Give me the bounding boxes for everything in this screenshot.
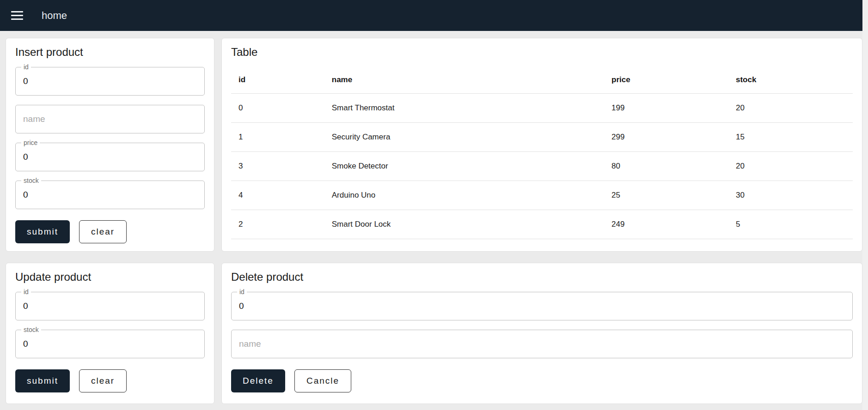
- table-header-row: id name price stock: [231, 67, 853, 94]
- insert-id-label: id: [21, 64, 31, 70]
- hamburger-menu-icon[interactable]: [11, 8, 25, 23]
- insert-stock-input[interactable]: [16, 181, 204, 209]
- table-cell-stock: 20: [728, 94, 853, 123]
- insert-stock-field[interactable]: stock: [15, 181, 205, 209]
- table-cell-name: Smart Door Lock: [324, 210, 604, 239]
- table-row: 3Smoke Detector8020: [231, 152, 853, 181]
- table-header-id: id: [231, 67, 324, 94]
- table-row: 0Smart Thermostat19920: [231, 94, 853, 123]
- table-title: Table: [231, 46, 853, 59]
- update-stock-field[interactable]: stock: [15, 330, 205, 358]
- update-product-panel: Update product id stock submit clear: [6, 263, 214, 404]
- hamburger-bar: [11, 11, 23, 12]
- table-cell-price: 80: [604, 152, 728, 181]
- insert-price-input[interactable]: [16, 143, 204, 171]
- table-row: 4Arduino Uno2530: [231, 181, 853, 210]
- main-content: Insert product id price stock submit cle…: [0, 31, 868, 410]
- hamburger-bar: [11, 18, 23, 20]
- table-cell-stock: 5: [728, 210, 853, 239]
- insert-price-field[interactable]: price: [15, 143, 205, 171]
- insert-button-row: submit clear: [15, 220, 205, 243]
- table-cell-name: Security Camera: [324, 123, 604, 152]
- table-row: 2Smart Door Lock2495: [231, 210, 853, 239]
- update-id-input[interactable]: [16, 292, 204, 320]
- update-id-field[interactable]: id: [15, 292, 205, 320]
- page-title: home: [42, 10, 67, 22]
- insert-name-field[interactable]: [15, 105, 205, 133]
- table-cell-stock: 15: [728, 123, 853, 152]
- update-stock-input[interactable]: [16, 330, 204, 358]
- table-cell-stock: 20: [728, 152, 853, 181]
- table-cell-price: 299: [604, 123, 728, 152]
- table-cell-id: 2: [231, 210, 324, 239]
- delete-button-row: Delete Cancle: [231, 369, 853, 392]
- cancel-button[interactable]: Cancle: [294, 369, 351, 392]
- table-panel: Table id name price stock 0Smart Thermos…: [221, 38, 862, 252]
- insert-submit-button[interactable]: submit: [15, 220, 70, 243]
- products-table: id name price stock 0Smart Thermostat199…: [231, 67, 853, 239]
- update-submit-button[interactable]: submit: [15, 369, 70, 392]
- app-bar: home: [0, 0, 868, 31]
- insert-product-panel: Insert product id price stock submit cle…: [6, 38, 214, 252]
- table-cell-name: Arduino Uno: [324, 181, 604, 210]
- table-cell-name: Smart Thermostat: [324, 94, 604, 123]
- delete-product-title: Delete product: [231, 271, 853, 283]
- delete-name-field[interactable]: [231, 330, 853, 358]
- delete-product-panel: Delete product id Delete Cancle: [221, 263, 862, 404]
- delete-id-label: id: [237, 289, 247, 295]
- scrollbar-track[interactable]: [862, 0, 868, 410]
- hamburger-bar: [11, 15, 23, 16]
- delete-button[interactable]: Delete: [231, 369, 285, 392]
- delete-id-input[interactable]: [232, 292, 852, 320]
- table-cell-price: 199: [604, 94, 728, 123]
- delete-name-input[interactable]: [232, 330, 852, 358]
- table-cell-stock: 30: [728, 181, 853, 210]
- update-product-title: Update product: [15, 271, 205, 283]
- table-cell-id: 4: [231, 181, 324, 210]
- insert-product-title: Insert product: [15, 46, 205, 59]
- insert-id-input[interactable]: [16, 67, 204, 95]
- insert-stock-label: stock: [21, 177, 41, 184]
- update-clear-button[interactable]: clear: [79, 369, 127, 392]
- table-body: 0Smart Thermostat199201Security Camera29…: [231, 94, 853, 239]
- update-id-label: id: [21, 289, 31, 295]
- update-button-row: submit clear: [15, 369, 205, 392]
- table-row: 1Security Camera29915: [231, 123, 853, 152]
- table-header: id name price stock: [231, 67, 853, 94]
- table-header-price: price: [604, 67, 728, 94]
- update-stock-label: stock: [21, 326, 41, 333]
- table-header-name: name: [324, 67, 604, 94]
- table-cell-id: 0: [231, 94, 324, 123]
- table-cell-id: 3: [231, 152, 324, 181]
- insert-clear-button[interactable]: clear: [79, 220, 127, 243]
- table-cell-price: 25: [604, 181, 728, 210]
- delete-id-field[interactable]: id: [231, 292, 853, 320]
- insert-name-input[interactable]: [16, 105, 204, 133]
- insert-price-label: price: [21, 139, 40, 146]
- table-header-stock: stock: [728, 67, 853, 94]
- table-cell-id: 1: [231, 123, 324, 152]
- table-cell-price: 249: [604, 210, 728, 239]
- table-cell-name: Smoke Detector: [324, 152, 604, 181]
- insert-id-field[interactable]: id: [15, 67, 205, 96]
